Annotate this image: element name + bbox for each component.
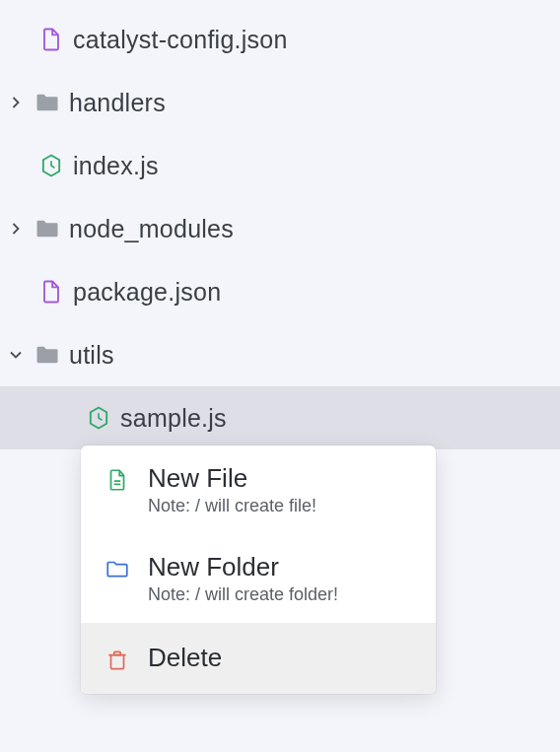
file-item-catalyst-config[interactable]: catalyst-config.json — [0, 8, 560, 71]
menu-note: Note: / will create folder! — [148, 584, 338, 605]
menu-text: New Folder Note: / will create folder! — [148, 552, 338, 605]
file-item-index-js[interactable]: index.js — [0, 134, 560, 197]
menu-text: Delete — [148, 643, 222, 673]
menu-text: New File Note: / will create file! — [148, 463, 316, 516]
json-file-icon — [37, 278, 73, 306]
folder-label: handlers — [69, 89, 166, 117]
folder-icon — [34, 215, 69, 242]
chevron-right-icon[interactable] — [6, 219, 34, 239]
menu-item-new-file[interactable]: New File Note: / will create file! — [81, 445, 436, 534]
menu-title: New Folder — [148, 552, 338, 582]
folder-item-node-modules[interactable]: node_modules — [0, 197, 560, 260]
folder-item-utils[interactable]: utils — [0, 323, 560, 386]
chevron-down-icon[interactable] — [6, 345, 34, 365]
file-label: package.json — [73, 278, 221, 307]
json-file-icon — [37, 26, 73, 53]
new-file-icon — [105, 463, 148, 493]
menu-item-new-folder[interactable]: New Folder Note: / will create folder! — [81, 534, 436, 623]
file-tree: catalyst-config.json handlers index.js — [0, 0, 560, 449]
folder-icon — [34, 341, 69, 369]
menu-item-delete[interactable]: Delete — [81, 623, 436, 693]
file-item-package-json[interactable]: package.json — [0, 260, 560, 323]
menu-note: Note: / will create file! — [148, 496, 316, 516]
folder-item-handlers[interactable]: handlers — [0, 71, 560, 134]
menu-title: Delete — [148, 643, 222, 673]
context-menu: New File Note: / will create file! New F… — [81, 445, 436, 694]
file-item-sample-js[interactable]: sample.js — [0, 386, 560, 449]
new-folder-icon — [105, 552, 148, 581]
menu-title: New File — [148, 463, 316, 494]
folder-label: node_modules — [69, 215, 234, 243]
js-file-icon — [37, 152, 73, 179]
folder-icon — [34, 89, 69, 116]
folder-label: utils — [69, 341, 114, 370]
chevron-right-icon[interactable] — [6, 93, 34, 112]
js-file-icon — [85, 404, 120, 432]
file-label: index.js — [73, 152, 159, 180]
trash-icon — [105, 644, 148, 673]
file-label: catalyst-config.json — [73, 26, 288, 54]
file-label: sample.js — [120, 404, 227, 433]
